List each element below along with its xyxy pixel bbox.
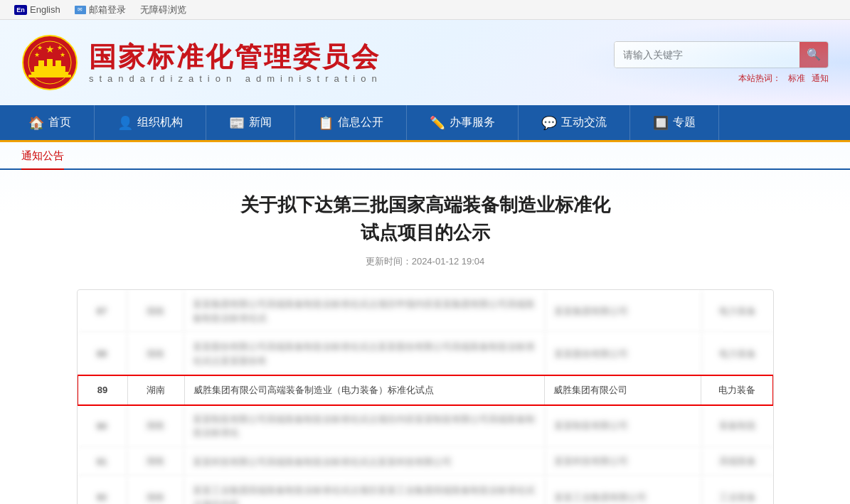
cell-org: 某某工业集团有限公司: [546, 476, 702, 504]
main-nav: 🏠 首页 👤 组织机构 📰 新闻 📋 信息公开 ✏️ 办事服务 💬 互动交流 🔲…: [0, 105, 850, 142]
table-row: 88 湖南 某某股份有限公司高端装备制造业标准化试点某某股份有限公司高端装备制造…: [78, 333, 773, 375]
nav-home-label: 首页: [48, 115, 71, 130]
search-button[interactable]: 🔍: [799, 42, 828, 68]
cell-province: 湖南: [127, 290, 184, 332]
cell-num: 90: [78, 405, 127, 447]
logo-emblem: ★ ★ ★ ★ ★: [21, 34, 78, 91]
cell-num: 91: [78, 448, 127, 476]
nav-org-label: 组织机构: [137, 115, 183, 130]
cell-desc: 某某制造有限公司高端装备制造业标准化试点项目内容某某制造有限公司高端装备制造业标…: [184, 405, 546, 447]
cell-cat: 电力装备: [702, 290, 773, 332]
breadcrumb-notice[interactable]: 通知公告: [21, 149, 64, 170]
svg-text:★: ★: [37, 44, 43, 51]
svg-text:★: ★: [34, 51, 40, 58]
english-label: English: [30, 4, 60, 15]
svg-rect-7: [55, 60, 61, 66]
cell-cat: 工业装备: [702, 476, 773, 504]
nav-info[interactable]: 📋 信息公开: [295, 105, 407, 140]
data-table: 87 湖南 某某集团有限公司高端装备制造业标准化试点项目申报内容某某集团有限公司…: [77, 289, 774, 504]
cell-org-89: 威胜集团有限公司: [545, 376, 701, 404]
search-box: 🔍: [614, 41, 829, 68]
cell-desc: 某某股份有限公司高端装备制造业标准化试点某某股份有限公司高端装备制造业标准化试点…: [184, 333, 546, 375]
home-icon: 🏠: [28, 115, 44, 131]
logo-en: standardization administration: [89, 73, 383, 84]
cell-cat-89: 电力装备: [701, 376, 772, 404]
svg-rect-5: [38, 60, 44, 66]
org-icon: 👤: [117, 115, 133, 131]
search-input[interactable]: [615, 42, 799, 68]
nav-home[interactable]: 🏠 首页: [0, 105, 95, 140]
nav-news[interactable]: 📰 新闻: [206, 105, 295, 140]
cell-cat: 电力装备: [702, 333, 773, 375]
logo-cn: 国家标准化管理委员会: [89, 41, 383, 74]
svg-text:★: ★: [46, 43, 55, 55]
cell-org: 某某制造有限公司: [546, 405, 702, 447]
table-row: 90 湖南 某某制造有限公司高端装备制造业标准化试点项目内容某某制造有限公司高端…: [78, 405, 773, 448]
nav-service-label: 办事服务: [450, 115, 495, 130]
cell-desc-89: 威胜集团有限公司高端装备制造业（电力装备）标准化试点: [185, 376, 545, 404]
hot-item-2[interactable]: 通知: [812, 73, 829, 83]
logo-area: ★ ★ ★ ★ ★ 国家标准化管理委员会 standardization adm…: [21, 34, 383, 91]
svg-text:★: ★: [57, 44, 63, 51]
nav-info-label: 信息公开: [338, 115, 383, 130]
table-row: 92 湖南 某某工业集团高端装备制造业标准化试点项目某某工业集团高端装备制造业标…: [78, 476, 773, 504]
cell-num: 87: [78, 290, 127, 332]
cell-org: 某某科技有限公司: [546, 448, 702, 476]
cell-province-89: 湖南: [128, 376, 185, 404]
cell-desc: 某某科技有限公司高端装备制造业标准化试点某某科技有限公司: [184, 448, 546, 476]
logo-text-area: 国家标准化管理委员会 standardization administratio…: [89, 41, 383, 85]
cell-province: 湖南: [127, 476, 184, 504]
svg-text:★: ★: [60, 51, 65, 58]
cell-org: 某某股份有限公司: [546, 333, 702, 375]
table-row: 91 湖南 某某科技有限公司高端装备制造业标准化试点某某科技有限公司 某某科技有…: [78, 448, 773, 477]
topics-icon: 🔲: [653, 115, 669, 131]
breadcrumb-bar: 通知公告: [0, 142, 850, 170]
cell-cat: 装备制造: [702, 405, 773, 447]
cell-cat: 高端装备: [702, 448, 773, 476]
breadcrumb-label: 通知公告: [21, 149, 64, 161]
cell-province: 湖南: [127, 405, 184, 447]
search-area: 🔍 本站热词： 标准 通知: [614, 41, 829, 85]
cell-province: 湖南: [127, 333, 184, 375]
cell-num: 92: [78, 476, 127, 504]
mail-link[interactable]: ✉ 邮箱登录: [75, 4, 126, 16]
hot-item-1[interactable]: 标准: [788, 73, 805, 83]
cell-org: 某某集团有限公司: [546, 290, 702, 332]
mail-icon: ✉: [75, 6, 86, 14]
cell-desc: 某某工业集团高端装备制造业标准化试点项目某某工业集团高端装备制造业标准化试点项目…: [184, 476, 546, 504]
cell-num: 88: [78, 333, 127, 375]
nav-topics[interactable]: 🔲 专题: [630, 105, 719, 140]
cell-province: 湖南: [127, 448, 184, 476]
svg-rect-4: [28, 75, 71, 77]
svg-rect-2: [34, 66, 65, 72]
mail-label: 邮箱登录: [89, 4, 126, 16]
cell-desc: 某某集团有限公司高端装备制造业标准化试点项目申报内容某某集团有限公司高端装备制造…: [184, 290, 546, 332]
info-icon: 📋: [318, 115, 334, 131]
nav-topics-label: 专题: [673, 115, 696, 130]
table-row: 87 湖南 某某集团有限公司高端装备制造业标准化试点项目申报内容某某集团有限公司…: [78, 290, 773, 333]
news-icon: 📰: [229, 115, 245, 131]
nav-interaction-label: 互动交流: [561, 115, 607, 130]
top-bar: En English ✉ 邮箱登录 无障碍浏览: [0, 0, 850, 20]
service-icon: ✏️: [430, 115, 445, 131]
nav-interaction[interactable]: 💬 互动交流: [519, 105, 630, 140]
nav-news-label: 新闻: [249, 115, 272, 130]
article-title-line2: 试点项目的公示: [63, 219, 788, 247]
main-content: 关于拟下达第三批国家高端装备制造业标准化 试点项目的公示 更新时间：2024-0…: [48, 170, 802, 504]
hot-search: 本站热词： 标准 通知: [734, 73, 829, 85]
nav-service[interactable]: ✏️ 办事服务: [407, 105, 519, 140]
article-title: 关于拟下达第三批国家高端装备制造业标准化 试点项目的公示: [63, 191, 788, 247]
svg-rect-3: [31, 72, 68, 75]
article-meta: 更新时间：2024-01-12 19:04: [63, 255, 788, 268]
table-row-highlighted: 89 湖南 威胜集团有限公司高端装备制造业（电力装备）标准化试点 威胜集团有限公…: [77, 375, 774, 406]
svg-rect-6: [47, 59, 53, 66]
cell-num-89: 89: [78, 376, 128, 404]
accessible-link[interactable]: 无障碍浏览: [140, 4, 186, 16]
hot-label: 本站热词：: [738, 73, 781, 83]
english-link[interactable]: En English: [14, 4, 60, 15]
interaction-icon: 💬: [541, 115, 557, 131]
article-title-line1: 关于拟下达第三批国家高端装备制造业标准化: [63, 191, 788, 219]
nav-organization[interactable]: 👤 组织机构: [95, 105, 206, 140]
header: ★ ★ ★ ★ ★ 国家标准化管理委员会 standardization adm…: [0, 20, 850, 105]
accessible-label: 无障碍浏览: [140, 4, 186, 16]
